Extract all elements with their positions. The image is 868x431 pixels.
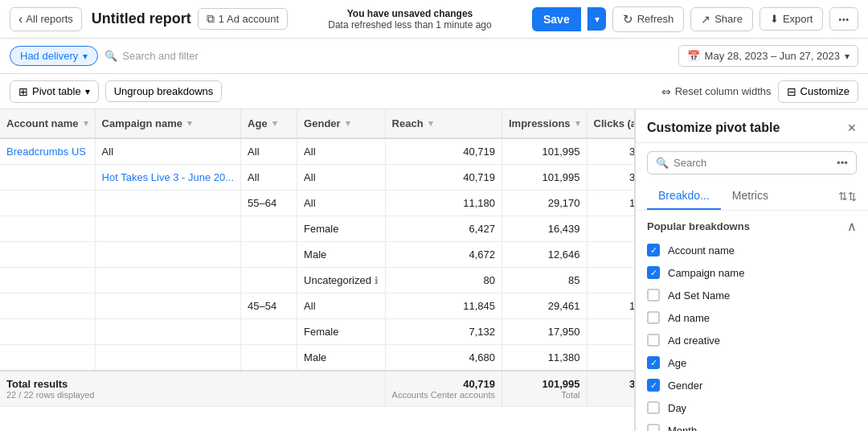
table-row: 45–54All11,84529,4611,177$ — [0, 293, 635, 319]
cell-impressions: 29,461 — [502, 293, 587, 319]
cell-reach: 4,680 — [385, 345, 502, 371]
cell-gender: All — [297, 293, 385, 319]
back-label: All reports — [26, 13, 73, 25]
breakdown-item[interactable]: Account name — [636, 239, 868, 261]
unsaved-title: You have unsaved changes — [294, 8, 526, 19]
sort-gender-icon[interactable]: ▾ — [346, 118, 350, 129]
breakdown-checkbox[interactable] — [647, 424, 660, 431]
toolbar: Pivot table Ungroup breakdowns Reset col… — [0, 74, 868, 109]
cell-clicks-all: 1,505 — [587, 191, 635, 216]
cell-account-name — [0, 319, 95, 345]
cell-clicks-all: 774 — [587, 319, 635, 345]
breakdown-label: Month — [668, 425, 697, 432]
cell-reach: 11,845 — [385, 293, 502, 319]
cell-gender: Male — [297, 242, 385, 268]
breakdown-item[interactable]: Age — [636, 351, 868, 374]
col-impressions[interactable]: Impressions ▾ — [502, 109, 587, 138]
cell-account-name[interactable]: Breadcrumbs US — [0, 138, 95, 165]
delivery-label: Had delivery — [20, 50, 78, 62]
breakdown-item[interactable]: Ad Set Name — [636, 284, 868, 306]
breakdown-checkbox[interactable] — [647, 266, 660, 279]
save-button[interactable]: Save — [532, 7, 581, 31]
breakdown-label: Ad creative — [668, 335, 720, 347]
cell-clicks-all: 550 — [587, 242, 635, 268]
reset-columns-button[interactable]: Reset column widths — [661, 85, 772, 98]
breakdown-item[interactable]: Ad creative — [636, 329, 868, 351]
breakdown-checkbox[interactable] — [647, 379, 660, 392]
breakdown-checkbox[interactable] — [647, 311, 660, 324]
sidebar-search-input[interactable] — [674, 157, 832, 169]
pivot-chevron-icon — [85, 85, 90, 97]
delivery-filter[interactable]: Had delivery — [10, 46, 98, 66]
search-filter[interactable]: Search and filter — [104, 50, 671, 62]
sidebar-sort-button[interactable]: ⇅ — [838, 183, 857, 210]
more-button[interactable] — [829, 7, 858, 31]
cell-age — [241, 345, 297, 371]
breakdown-checkbox[interactable] — [647, 334, 660, 347]
tab-metrics[interactable]: Metrics — [721, 183, 780, 210]
col-campaign-name[interactable]: Campaign name ▾ — [95, 109, 241, 138]
info-icon: ℹ — [375, 275, 379, 286]
breakdown-checkbox[interactable] — [647, 401, 660, 414]
breakdown-item[interactable]: Ad name — [636, 306, 868, 329]
sidebar-search-container[interactable]: 🔍 ••• — [647, 151, 857, 174]
sort-age-icon[interactable]: ▾ — [272, 118, 277, 129]
save-dropdown-button[interactable] — [588, 7, 606, 31]
col-account-name[interactable]: Account name ▾ — [0, 109, 95, 138]
share-icon — [701, 13, 710, 26]
tab-breakdowns[interactable]: Breakdo... — [647, 183, 721, 210]
pivot-table-button[interactable]: Pivot table — [10, 80, 99, 103]
col-gender[interactable]: Gender ▾ — [297, 109, 385, 138]
cell-gender: Male — [297, 345, 385, 371]
reset-col-label: Reset column widths — [675, 85, 772, 97]
share-button[interactable]: Share — [690, 7, 753, 31]
tab-metrics-label: Metrics — [732, 189, 768, 202]
breakdown-label: Day — [668, 402, 686, 414]
breakdown-checkbox[interactable] — [647, 289, 660, 302]
cell-campaign-name: All — [95, 138, 241, 165]
footer-reach-val: 40,719 — [392, 378, 495, 390]
sort-reach-icon[interactable]: ▾ — [428, 118, 433, 129]
unsaved-message: You have unsaved changes Data refreshed … — [294, 8, 526, 31]
table-row: Uncategorized ℹ80854$ — [0, 268, 635, 293]
total-results-label: Total results — [6, 378, 379, 390]
sort-account-icon[interactable]: ▾ — [84, 118, 88, 129]
sort-campaign-icon[interactable]: ▾ — [187, 118, 192, 129]
footer-clicks-val: 3,975 — [594, 378, 635, 390]
refresh-label: Refresh — [637, 13, 674, 25]
breakdown-label: Gender — [668, 380, 702, 392]
breakdown-checkbox[interactable] — [647, 356, 660, 369]
col-clicks-all[interactable]: Clicks (all) ▾ — [587, 109, 635, 138]
customize-button[interactable]: Customize — [778, 80, 858, 103]
data-table-container[interactable]: Account name ▾ Campaign name ▾ Age — [0, 109, 635, 431]
breakdown-item[interactable]: Day — [636, 396, 868, 419]
cell-campaign-name — [95, 293, 241, 319]
cell-reach: 11,180 — [385, 191, 502, 216]
cell-account-name — [0, 216, 95, 242]
refresh-button[interactable]: Refresh — [612, 6, 685, 32]
sidebar-close-button[interactable] — [847, 119, 857, 136]
cell-gender: Female — [297, 319, 385, 345]
sidebar-search-more-button[interactable]: ••• — [837, 157, 848, 169]
back-button[interactable]: All reports — [10, 7, 82, 31]
sidebar-tabs: Breakdo... Metrics ⇅ — [636, 183, 868, 211]
breakdown-item[interactable]: Campaign name — [636, 261, 868, 284]
breakdowns-list: Account nameCampaign nameAd Set NameAd n… — [636, 239, 868, 431]
col-age[interactable]: Age ▾ — [241, 109, 297, 138]
export-button[interactable]: Export — [760, 7, 824, 31]
breakdown-label: Ad Set Name — [668, 289, 730, 302]
cell-reach: 7,132 — [385, 319, 502, 345]
breakdown-item[interactable]: Month — [636, 419, 868, 431]
breakdown-checkbox[interactable] — [647, 244, 660, 257]
ungroup-button[interactable]: Ungroup breakdowns — [105, 80, 223, 102]
cell-impressions: 16,439 — [502, 216, 587, 242]
sort-impressions-icon[interactable]: ▾ — [575, 118, 580, 129]
ad-account-badge[interactable]: 1 Ad account — [198, 8, 288, 30]
date-range-picker[interactable]: May 28, 2023 – Jun 27, 2023 — [678, 45, 858, 67]
breakdown-item[interactable]: Gender — [636, 374, 868, 396]
cell-reach: 4,672 — [385, 242, 502, 268]
cell-campaign-name[interactable]: Hot Takes Live 3 - June 20... — [95, 165, 241, 191]
breakdown-label: Age — [668, 357, 686, 369]
popular-collapse-button[interactable]: ∧ — [847, 219, 857, 234]
col-reach[interactable]: Reach ▾ — [385, 109, 502, 138]
